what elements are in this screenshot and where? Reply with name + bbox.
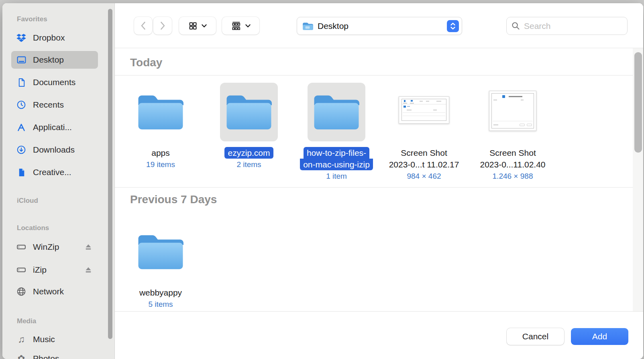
sidebar-section-media: Media: [17, 317, 36, 325]
file-picker-dialog: Favorites Dropbox Desktop Documents Rece…: [0, 0, 644, 359]
image-dimensions: 1.246 × 988: [470, 172, 555, 181]
view-mode-button[interactable]: [179, 17, 216, 35]
file-item-how-to-zip[interactable]: how-to-zip-files- on-mac-using-izip 1 it…: [294, 82, 379, 181]
file-thumbnail: [294, 82, 379, 142]
item-count: 5 items: [118, 300, 203, 309]
sidebar-section-icloud: iCloud: [17, 197, 38, 205]
group-mode-button[interactable]: [222, 17, 259, 35]
location-dropdown[interactable]: Desktop: [297, 17, 462, 35]
toolbar: Desktop: [115, 3, 643, 48]
main-scrollbar[interactable]: [634, 52, 642, 153]
file-thumbnail: [118, 222, 203, 282]
sidebar: Favorites Dropbox Desktop Documents Rece…: [2, 3, 115, 359]
file-item-screenshot-1[interactable]: Screen Shot 2023-0...t 11.02.17 984 × 46…: [381, 82, 467, 181]
cancel-button[interactable]: Cancel: [507, 328, 564, 345]
search-icon: [512, 22, 520, 30]
file-thumbnail: [118, 82, 203, 142]
desktop-icon: [15, 54, 27, 66]
sidebar-item-label: Documents: [33, 78, 75, 87]
app-store-icon: [15, 121, 27, 133]
sidebar-item-label: iZip: [33, 265, 47, 275]
sidebar-section-locations: Locations: [17, 224, 49, 232]
location-value: Desktop: [318, 21, 447, 31]
file-thumbnail: [470, 82, 555, 142]
section-header-previous-7-days: Previous 7 Days: [115, 188, 633, 212]
dropbox-icon: [15, 32, 27, 44]
folder-icon: [135, 232, 186, 271]
sidebar-item-photos[interactable]: ✿ Photos: [11, 350, 98, 359]
group-view-icon: [231, 21, 241, 31]
sidebar-item-music[interactable]: ♫ Music: [11, 330, 98, 348]
dialog-sheet: Favorites Dropbox Desktop Documents Rece…: [2, 3, 643, 359]
forward-button[interactable]: [153, 17, 172, 35]
file-name: apps: [118, 147, 203, 159]
sidebar-item-label: Creative...: [33, 167, 71, 177]
sidebar-item-winzip[interactable]: WinZip: [11, 238, 98, 256]
clock-icon: [15, 99, 27, 111]
file-item-apps[interactable]: apps 19 items: [118, 82, 203, 169]
sidebar-item-documents[interactable]: Documents: [11, 73, 98, 91]
sidebar-item-label: Dropbox: [33, 33, 65, 43]
sidebar-item-desktop[interactable]: Desktop: [11, 51, 98, 69]
folder-icon: [302, 22, 313, 31]
eject-icon[interactable]: [84, 266, 92, 274]
file-filled-icon: [15, 166, 27, 178]
photos-icon: ✿: [15, 353, 27, 359]
file-item-ezyzip[interactable]: ezyzip.com 2 items: [206, 82, 291, 169]
external-drive-icon: [15, 264, 27, 276]
section-title: Today: [130, 56, 633, 69]
music-note-icon: ♫: [15, 333, 27, 345]
eject-icon[interactable]: [84, 243, 92, 251]
section-title: Previous 7 Days: [130, 193, 633, 206]
search-input[interactable]: [524, 21, 616, 31]
sidebar-item-label: Applicati...: [33, 122, 72, 132]
sidebar-item-label: Desktop: [33, 55, 64, 65]
grid-view-icon: [188, 21, 198, 31]
screenshot-thumbnail: [489, 91, 536, 131]
chevron-left-icon: [141, 21, 146, 30]
file-thumbnail: [206, 82, 291, 142]
file-name: ezyzip.com: [206, 147, 291, 159]
item-count: 19 items: [118, 160, 203, 169]
add-button[interactable]: Add: [571, 328, 628, 345]
file-name: Screen Shot 2023-0...11.02.40: [470, 147, 555, 170]
external-drive-icon: [15, 241, 27, 253]
sidebar-item-downloads[interactable]: Downloads: [11, 141, 98, 159]
section-header-today: Today: [115, 48, 633, 75]
chevron-down-icon: [202, 24, 207, 28]
file-item-screenshot-2[interactable]: Screen Shot 2023-0...11.02.40 1.246 × 98…: [470, 82, 555, 181]
main-panel: Desktop Today apps 19 items: [115, 3, 643, 359]
folder-icon: [135, 92, 186, 132]
chevron-right-icon: [160, 21, 165, 30]
download-circle-icon: [15, 144, 27, 156]
file-thumbnail: [381, 82, 467, 142]
sidebar-item-dropbox[interactable]: Dropbox: [11, 29, 98, 47]
file-name: Screen Shot 2023-0...t 11.02.17: [381, 147, 467, 170]
footer-divider: [115, 311, 643, 312]
sidebar-item-label: Photos: [33, 354, 59, 359]
sidebar-item-label: WinZip: [33, 242, 59, 252]
stepper-control[interactable]: [447, 20, 459, 32]
globe-icon: [15, 286, 27, 298]
sidebar-item-applications[interactable]: Applicati...: [11, 118, 98, 136]
sidebar-item-recents[interactable]: Recents: [11, 96, 98, 114]
image-dimensions: 984 × 462: [381, 172, 467, 181]
file-item-webbyappy[interactable]: webbyappy 5 items: [118, 222, 203, 309]
sidebar-item-izip[interactable]: iZip: [11, 261, 98, 279]
search-field[interactable]: [506, 17, 628, 35]
up-down-chevrons-icon: [449, 22, 457, 30]
file-name: how-to-zip-files- on-mac-using-izip: [294, 147, 379, 170]
file-name: webbyappy: [118, 287, 203, 298]
document-icon: [15, 76, 27, 88]
sidebar-item-label: Music: [33, 335, 55, 344]
sidebar-item-label: Recents: [33, 100, 64, 110]
item-count: 2 items: [206, 160, 291, 169]
sidebar-item-label: Network: [33, 287, 64, 296]
folder-icon: [224, 92, 274, 132]
sidebar-item-creative[interactable]: Creative...: [11, 163, 98, 181]
back-button[interactable]: [134, 17, 152, 35]
sidebar-item-label: Downloads: [33, 145, 75, 155]
sidebar-item-network[interactable]: Network: [11, 283, 98, 300]
sidebar-scrollbar[interactable]: [108, 9, 112, 339]
chevron-down-icon: [245, 24, 251, 28]
